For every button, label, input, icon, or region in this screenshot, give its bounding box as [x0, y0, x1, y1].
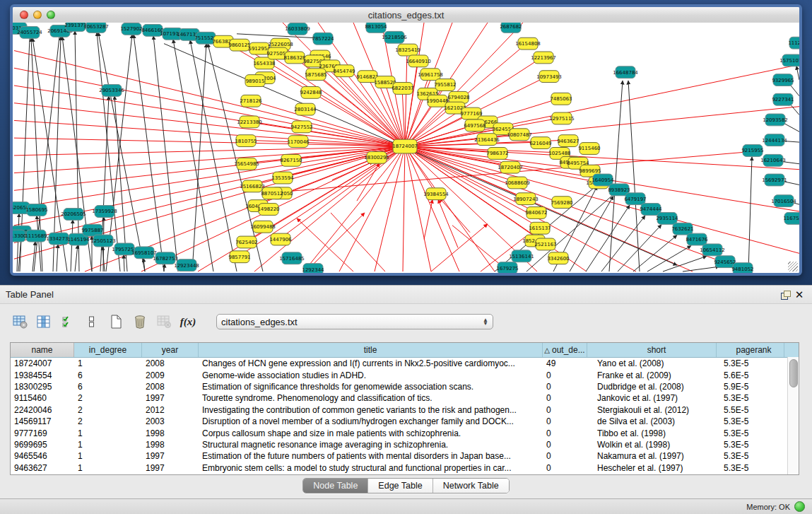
- cell-year[interactable]: 1998: [142, 440, 199, 450]
- graph-node[interactable]: 9857791: [228, 251, 250, 263]
- graph-node[interactable]: 18724007: [392, 139, 418, 153]
- cell-short[interactable]: Stergiakouli et al. (2012): [587, 405, 717, 415]
- citation-edge[interactable]: [124, 255, 124, 271]
- cell-in_degree[interactable]: 2: [74, 405, 142, 415]
- cell-title[interactable]: Disruption of a novel member of a sodium…: [199, 416, 543, 426]
- graph-node[interactable]: 9481052: [731, 263, 753, 273]
- graph-node[interactable]: 1353594: [271, 172, 294, 184]
- cell-out_degree[interactable]: 0: [543, 416, 587, 426]
- citation-edge[interactable]: [796, 66, 799, 80]
- cell-pagerank[interactable]: 5.3E-5: [717, 463, 784, 473]
- close-panel-button[interactable]: ✕: [792, 288, 806, 301]
- cell-title[interactable]: Tourette syndrome. Phenomenology and cla…: [199, 393, 543, 403]
- cell-year[interactable]: 1997: [142, 463, 199, 473]
- cell-out_degree[interactable]: 0: [543, 370, 587, 380]
- cell-name[interactable]: 22420046: [11, 405, 74, 415]
- graph-node[interactable]: 15716485: [279, 252, 305, 264]
- cell-pagerank[interactable]: 5.3E-5: [717, 428, 784, 438]
- citation-edge[interactable]: [33, 242, 35, 272]
- cell-pagerank[interactable]: 5.3E-5: [717, 440, 784, 450]
- graph-node[interactable]: 7955812: [434, 79, 456, 91]
- cell-out_degree[interactable]: 0: [543, 451, 587, 461]
- graph-node[interactable]: 7485063: [550, 93, 572, 105]
- graph-node[interactable]: 9840672: [525, 207, 547, 219]
- table-row[interactable]: 1830029562008Estimation of significance …: [11, 381, 799, 392]
- cell-pagerank[interactable]: 5.6E-5: [717, 370, 784, 380]
- citation-edge[interactable]: [164, 264, 165, 271]
- graph-node[interactable]: 10654112: [700, 244, 725, 256]
- citation-edge[interactable]: [153, 36, 178, 271]
- graph-node[interactable]: 6794028: [447, 91, 469, 103]
- graph-node[interactable]: 19384554: [423, 188, 449, 200]
- cell-name[interactable]: 14569117: [11, 416, 74, 426]
- graph-node[interactable]: 12975115: [549, 112, 575, 124]
- graph-node[interactable]: 18720407: [498, 161, 523, 173]
- tab-node-table[interactable]: Node Table: [303, 479, 368, 493]
- cell-pagerank[interactable]: 5.3E-5: [717, 416, 784, 426]
- cell-title[interactable]: Estimation of the future numbers of pati…: [199, 451, 543, 461]
- citation-edge[interactable]: [628, 81, 640, 271]
- cell-year[interactable]: 2008: [142, 382, 199, 392]
- graph-node[interactable]: 1292344: [302, 264, 324, 273]
- graph-node[interactable]: 12505123: [90, 235, 116, 247]
- cell-pagerank[interactable]: 5.5E-5: [717, 405, 784, 415]
- cell-out_degree[interactable]: 0: [543, 393, 587, 403]
- network-view-canvas[interactable]: 2103150240557242069140623913731065328715…: [13, 23, 799, 273]
- cell-year[interactable]: 2008: [142, 358, 199, 368]
- cell-short[interactable]: Tibbo et al. (1998): [587, 428, 717, 438]
- cell-out_degree[interactable]: 49: [543, 358, 587, 368]
- graph-node[interactable]: 24055724: [17, 26, 42, 38]
- delete-table-button[interactable]: [155, 314, 172, 329]
- cell-out_degree[interactable]: 0: [543, 463, 587, 473]
- graph-node[interactable]: 16648784: [613, 66, 638, 78]
- graph-node[interactable]: 7986372: [486, 148, 508, 160]
- cell-pagerank[interactable]: 5.3E-5: [717, 393, 784, 403]
- cell-short[interactable]: Yano et al. (2008): [587, 358, 717, 368]
- tab-network-table[interactable]: Network Table: [433, 479, 509, 493]
- graph-node[interactable]: 6822037: [392, 83, 413, 95]
- select-rows-button[interactable]: [59, 314, 76, 329]
- citation-edge-selected[interactable]: [403, 146, 405, 271]
- cell-year[interactable]: 1998: [142, 428, 199, 438]
- citation-edge[interactable]: [57, 244, 58, 271]
- cell-short[interactable]: Jankovic et al. (1997): [587, 393, 717, 403]
- cell-in_degree[interactable]: 2: [74, 393, 142, 403]
- graph-node[interactable]: 9227341: [772, 93, 794, 105]
- citation-edge-selected[interactable]: [424, 199, 433, 239]
- graph-node[interactable]: 20206505: [61, 209, 86, 221]
- cell-title[interactable]: Embryonic stem cells: a model to study s…: [199, 463, 543, 473]
- graph-node[interactable]: 1679275: [496, 262, 518, 273]
- graph-node[interactable]: 9115460: [578, 143, 600, 155]
- column-header-short[interactable]: short: [587, 343, 717, 357]
- cell-title[interactable]: Structural magnetic resonance image aver…: [199, 440, 543, 450]
- cell-in_degree[interactable]: 1: [74, 440, 142, 450]
- cell-in_degree[interactable]: 1: [74, 358, 142, 368]
- graph-node[interactable]: 989015: [245, 75, 265, 87]
- graph-node[interactable]: 16210643: [760, 154, 786, 166]
- citation-edge[interactable]: [748, 157, 752, 271]
- column-header-name[interactable]: name: [11, 343, 74, 357]
- graph-node[interactable]: 10973493: [536, 71, 562, 83]
- graph-node[interactable]: 16033809: [285, 23, 310, 35]
- cell-name[interactable]: 9465546: [11, 451, 74, 461]
- graph-node[interactable]: 15751074: [779, 54, 799, 66]
- row-height-button[interactable]: [83, 314, 100, 329]
- cell-title[interactable]: Genome-wide association studies in ADHD.: [199, 370, 543, 380]
- cell-name[interactable]: 19384554: [11, 370, 74, 380]
- graph-node[interactable]: 15218506: [382, 31, 407, 43]
- citation-edge[interactable]: [586, 205, 630, 271]
- function-builder-button[interactable]: f(x): [180, 314, 196, 329]
- graph-node[interactable]: 12093582: [763, 114, 788, 126]
- citation-edge-selected[interactable]: [331, 213, 385, 271]
- graph-node[interactable]: 7569280: [551, 197, 572, 209]
- graph-node[interactable]: 18325419: [395, 44, 420, 56]
- graph-node[interactable]: 8471676: [686, 233, 707, 245]
- graph-node[interactable]: 7632621: [671, 223, 693, 235]
- citation-edge-selected[interactable]: [405, 146, 799, 253]
- citation-edge-selected[interactable]: [14, 146, 405, 208]
- graph-node[interactable]: 1615137: [529, 222, 551, 234]
- graph-node[interactable]: 2803144: [294, 103, 317, 115]
- graph-node[interactable]: 16640910: [406, 55, 431, 67]
- table-row[interactable]: 1456911722003Disruption of a novel membe…: [11, 416, 799, 427]
- graph-node[interactable]: 9975887: [81, 224, 103, 236]
